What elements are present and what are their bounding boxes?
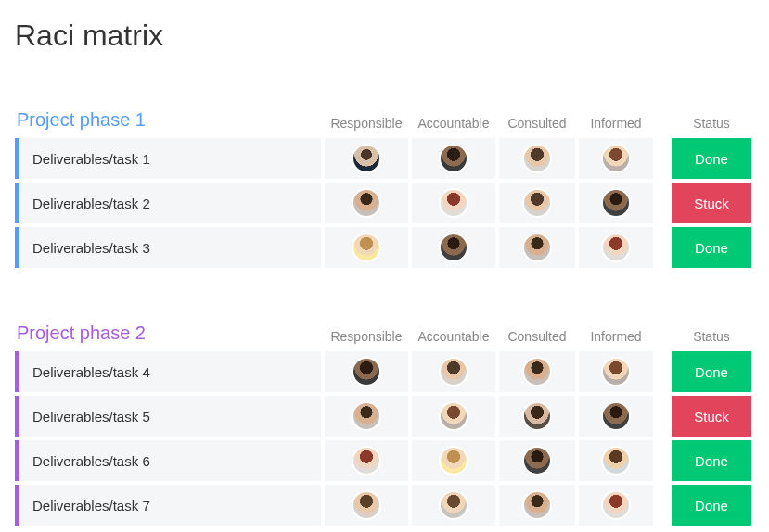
avatar-icon <box>601 233 631 262</box>
responsible-cell[interactable] <box>325 440 408 481</box>
header-spacer <box>657 303 668 344</box>
table-row: Deliverables/task 5 Stuck <box>15 396 754 437</box>
avatar-icon <box>601 401 631 431</box>
column-header-consulted[interactable]: Consulted <box>499 329 575 344</box>
accountable-cell[interactable] <box>412 138 495 179</box>
column-header-consulted[interactable]: Consulted <box>499 116 575 131</box>
row-spacer <box>657 227 668 268</box>
avatar-icon <box>352 233 381 262</box>
consulted-cell[interactable] <box>499 485 575 526</box>
avatar-icon <box>439 446 468 475</box>
avatar-icon <box>352 446 381 475</box>
column-header-informed[interactable]: Informed <box>579 329 653 344</box>
status-badge[interactable]: Done <box>672 440 751 481</box>
row-spacer <box>657 183 668 223</box>
phase-1-section: Project phase 1 Responsible Accountable … <box>15 90 754 268</box>
row-spacer <box>657 138 668 179</box>
informed-cell[interactable] <box>579 351 653 392</box>
responsible-cell[interactable] <box>325 485 408 526</box>
consulted-cell[interactable] <box>499 183 575 223</box>
avatar-icon <box>522 401 552 431</box>
avatar-icon <box>439 233 468 262</box>
avatar-icon <box>522 490 552 520</box>
avatar-icon <box>439 401 468 431</box>
accountable-cell[interactable] <box>412 485 495 526</box>
consulted-cell[interactable] <box>499 396 575 437</box>
column-header-accountable[interactable]: Accountable <box>412 116 495 131</box>
avatar-icon <box>439 188 468 218</box>
task-name-cell[interactable]: Deliverables/task 6 <box>15 440 321 481</box>
status-badge[interactable]: Done <box>672 138 751 179</box>
avatar-icon <box>522 144 552 173</box>
informed-cell[interactable] <box>579 485 653 526</box>
informed-cell[interactable] <box>579 396 653 437</box>
consulted-cell[interactable] <box>499 440 575 481</box>
responsible-cell[interactable] <box>325 183 408 223</box>
informed-cell[interactable] <box>579 440 653 481</box>
informed-cell[interactable] <box>579 227 653 268</box>
responsible-cell[interactable] <box>325 138 408 179</box>
accountable-cell[interactable] <box>412 396 495 437</box>
accountable-cell[interactable] <box>412 183 495 223</box>
table-row: Deliverables/task 6 Done <box>15 440 754 481</box>
task-name-cell[interactable]: Deliverables/task 1 <box>15 138 321 179</box>
informed-cell[interactable] <box>579 138 653 179</box>
consulted-cell[interactable] <box>499 351 575 392</box>
phase-2-title[interactable]: Project phase 2 <box>15 323 321 344</box>
avatar-icon <box>522 188 552 218</box>
avatar-icon <box>601 446 631 475</box>
phase-1-header: Project phase 1 Responsible Accountable … <box>15 90 754 131</box>
column-header-responsible[interactable]: Responsible <box>325 116 408 131</box>
table-row: Deliverables/task 3 Done <box>15 227 754 268</box>
avatar-icon <box>601 144 631 173</box>
avatar-icon <box>439 357 468 386</box>
responsible-cell[interactable] <box>325 396 408 437</box>
informed-cell[interactable] <box>579 183 653 223</box>
consulted-cell[interactable] <box>499 227 575 268</box>
status-badge[interactable]: Stuck <box>672 183 751 223</box>
avatar-icon <box>352 188 381 218</box>
avatar-icon <box>352 144 381 173</box>
responsible-cell[interactable] <box>325 227 408 268</box>
task-name-cell[interactable]: Deliverables/task 5 <box>15 396 321 437</box>
column-header-responsible[interactable]: Responsible <box>325 329 408 344</box>
avatar-icon <box>522 233 552 262</box>
avatar-icon <box>601 490 631 520</box>
row-spacer <box>657 351 668 392</box>
avatar-icon <box>601 357 631 386</box>
accountable-cell[interactable] <box>412 227 495 268</box>
avatar-icon <box>352 357 381 386</box>
status-badge[interactable]: Stuck <box>672 396 751 437</box>
page-title: Raci matrix <box>15 19 754 53</box>
phase-2-section: Project phase 2 Responsible Accountable … <box>15 303 754 526</box>
task-name-cell[interactable]: Deliverables/task 7 <box>15 485 321 526</box>
row-spacer <box>657 396 668 437</box>
table-row: Deliverables/task 2 Stuck <box>15 183 754 223</box>
status-badge[interactable]: Done <box>672 485 751 526</box>
accountable-cell[interactable] <box>412 351 495 392</box>
table-row: Deliverables/task 4 Done <box>15 351 754 392</box>
phase-1-title[interactable]: Project phase 1 <box>15 109 321 131</box>
phase-2-header: Project phase 2 Responsible Accountable … <box>15 303 754 344</box>
row-spacer <box>657 485 668 526</box>
task-name-cell[interactable]: Deliverables/task 2 <box>15 183 321 223</box>
task-name-cell[interactable]: Deliverables/task 3 <box>15 227 321 268</box>
header-spacer <box>657 90 668 131</box>
avatar-icon <box>352 401 381 431</box>
task-name-cell[interactable]: Deliverables/task 4 <box>15 351 321 392</box>
column-header-status[interactable]: Status <box>672 116 751 131</box>
avatar-icon <box>601 188 631 218</box>
table-row: Deliverables/task 1 Done <box>15 138 754 179</box>
row-spacer <box>657 440 668 481</box>
column-header-status[interactable]: Status <box>672 329 751 344</box>
consulted-cell[interactable] <box>499 138 575 179</box>
accountable-cell[interactable] <box>412 440 495 481</box>
column-header-accountable[interactable]: Accountable <box>412 329 495 344</box>
status-badge[interactable]: Done <box>672 227 751 268</box>
avatar-icon <box>352 490 381 520</box>
table-row: Deliverables/task 7 Done <box>15 485 754 526</box>
status-badge[interactable]: Done <box>672 351 751 392</box>
responsible-cell[interactable] <box>325 351 408 392</box>
column-header-informed[interactable]: Informed <box>579 116 653 131</box>
avatar-icon <box>522 446 552 475</box>
